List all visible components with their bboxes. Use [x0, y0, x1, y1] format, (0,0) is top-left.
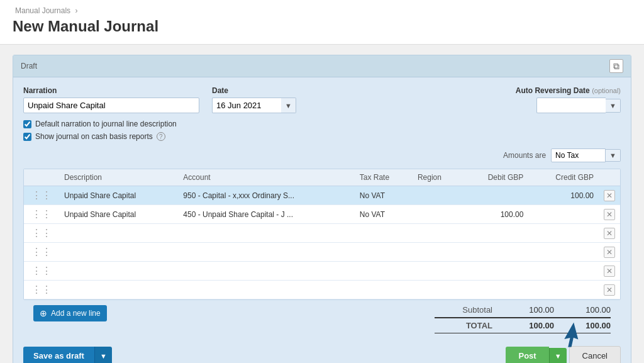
region-cell[interactable]: [413, 205, 462, 224]
checkbox-cash-basis-input[interactable]: [23, 133, 31, 141]
debit-cell[interactable]: 100.00: [462, 205, 529, 224]
region-cell[interactable]: [413, 281, 462, 299]
page-header: Manual Journals › New Manual Journal: [0, 0, 644, 45]
auto-reversing-input[interactable]: [536, 98, 606, 113]
delete-row-button[interactable]: ✕: [604, 228, 615, 239]
credit-cell[interactable]: [528, 224, 599, 243]
col-debit: Debit GBP: [462, 169, 529, 186]
checkbox-cash-basis-label: Show journal on cash basis reports: [35, 132, 153, 141]
debit-cell[interactable]: [462, 281, 529, 299]
delete-cell: ✕: [599, 262, 620, 281]
journal-table: Description Account Tax Rate Region Debi…: [24, 169, 620, 299]
date-input[interactable]: [212, 98, 281, 113]
table-footer: ⊕ Add a new line Subtotal 100.00 100.00 …: [23, 300, 621, 338]
drag-handle-cell: ⋮⋮: [24, 186, 59, 205]
add-line-button[interactable]: ⊕ Add a new line: [33, 305, 107, 321]
account-cell[interactable]: [178, 281, 354, 299]
date-dropdown-btn[interactable]: ▼: [281, 98, 296, 113]
credit-cell[interactable]: 100.00: [528, 186, 599, 205]
description-cell[interactable]: [59, 281, 178, 299]
auto-reversing-dropdown-btn[interactable]: ▼: [606, 99, 621, 113]
help-icon[interactable]: ?: [157, 132, 165, 141]
region-cell[interactable]: [413, 262, 462, 281]
tax-rate-cell[interactable]: [355, 281, 413, 299]
auto-reversing-group: Auto Reversing Date (optional) ▼: [516, 86, 621, 113]
account-cell[interactable]: [178, 262, 354, 281]
breadcrumb[interactable]: Manual Journals ›: [13, 6, 631, 15]
delete-cell: ✕: [599, 243, 620, 262]
debit-cell[interactable]: [462, 262, 529, 281]
amounts-label: Amounts are: [503, 151, 546, 160]
credit-cell[interactable]: [528, 262, 599, 281]
debit-cell[interactable]: [462, 243, 529, 262]
breadcrumb-parent[interactable]: Manual Journals: [15, 6, 70, 15]
region-cell[interactable]: [413, 224, 462, 243]
credit-cell[interactable]: [528, 243, 599, 262]
col-delete: [599, 169, 620, 186]
drag-handle-icon[interactable]: ⋮⋮: [29, 247, 54, 257]
description-cell[interactable]: [59, 224, 178, 243]
post-button[interactable]: Post: [506, 347, 548, 363]
delete-row-button[interactable]: ✕: [604, 284, 615, 296]
date-field-wrapper: ▼: [212, 98, 296, 113]
account-cell[interactable]: [178, 243, 354, 262]
checkbox-narration-input[interactable]: [23, 120, 31, 128]
tax-rate-cell[interactable]: [355, 243, 413, 262]
add-line-icon: ⊕: [40, 308, 47, 318]
account-cell[interactable]: 950 - Capital - x,xxx Ordinary S...: [178, 186, 354, 205]
col-tax-rate: Tax Rate: [355, 169, 413, 186]
auto-reversing-input-group: ▼: [536, 98, 621, 113]
table-row: ⋮⋮ ✕: [24, 281, 620, 299]
drag-handle-icon[interactable]: ⋮⋮: [29, 190, 54, 201]
action-buttons: Post ▼ Cancel: [506, 346, 621, 363]
debit-cell[interactable]: [462, 186, 529, 205]
footer-bar: Save as draft ▼ Post ▼ Cancel: [23, 338, 621, 363]
amounts-select[interactable]: No Tax Tax Exclusive Tax Inclusive: [551, 148, 606, 162]
region-cell[interactable]: [413, 243, 462, 262]
save-draft-button[interactable]: Save as draft: [23, 347, 94, 363]
delete-row-button[interactable]: ✕: [604, 209, 615, 220]
tax-rate-cell[interactable]: No VAT: [355, 186, 413, 205]
save-draft-group: Save as draft ▼: [23, 347, 112, 363]
tax-rate-cell[interactable]: No VAT: [355, 205, 413, 224]
drag-handle-icon[interactable]: ⋮⋮: [29, 265, 54, 276]
draft-status-badge: Draft: [21, 62, 37, 70]
drag-handle-cell: ⋮⋮: [24, 243, 59, 262]
description-cell[interactable]: Unpaid Share Capital: [59, 186, 178, 205]
description-cell[interactable]: [59, 243, 178, 262]
account-cell[interactable]: [178, 224, 354, 243]
credit-cell[interactable]: [528, 205, 599, 224]
delete-cell: ✕: [599, 224, 620, 243]
delete-row-button[interactable]: ✕: [604, 190, 615, 201]
total-debit: 100.00: [497, 321, 554, 330]
card-body: Narration Date ▼ Auto Reversing Date (op…: [13, 77, 631, 363]
table-row: ⋮⋮ ✕: [24, 243, 620, 262]
delete-row-button[interactable]: ✕: [604, 265, 615, 277]
subtotal-credit: 100.00: [554, 305, 611, 315]
tax-rate-cell[interactable]: [355, 262, 413, 281]
description-cell[interactable]: [59, 262, 178, 281]
page-title: New Manual Journal: [13, 18, 631, 35]
debit-cell[interactable]: [462, 224, 529, 243]
narration-input[interactable]: [23, 98, 199, 113]
drag-handle-icon[interactable]: ⋮⋮: [29, 209, 54, 220]
copy-icon[interactable]: ⧉: [609, 59, 623, 73]
save-draft-dropdown-button[interactable]: ▼: [94, 347, 112, 363]
region-cell[interactable]: [413, 186, 462, 205]
delete-cell: ✕: [599, 186, 620, 205]
delete-row-button[interactable]: ✕: [604, 247, 615, 258]
date-group: Date ▼: [212, 86, 296, 113]
subtotal-label: Subtotal: [435, 305, 497, 315]
subtotal-debit: 100.00: [497, 305, 554, 315]
account-cell[interactable]: 450 - Unpaid Share Capital - J ...: [178, 205, 354, 224]
form-top-row: Narration Date ▼ Auto Reversing Date (op…: [23, 86, 621, 113]
drag-handle-icon[interactable]: ⋮⋮: [29, 284, 54, 295]
tax-rate-cell[interactable]: [355, 224, 413, 243]
description-cell[interactable]: Unpaid Share Capital: [59, 205, 178, 224]
table-row: ⋮⋮ Unpaid Share Capital 950 - Capital - …: [24, 186, 620, 205]
credit-cell[interactable]: [528, 281, 599, 299]
drag-handle-icon[interactable]: ⋮⋮: [29, 228, 54, 238]
table-row: ⋮⋮ Unpaid Share Capital 450 - Unpaid Sha…: [24, 205, 620, 224]
subtotal-row: Subtotal 100.00 100.00: [435, 305, 611, 315]
add-line-label: Add a new line: [51, 309, 101, 318]
